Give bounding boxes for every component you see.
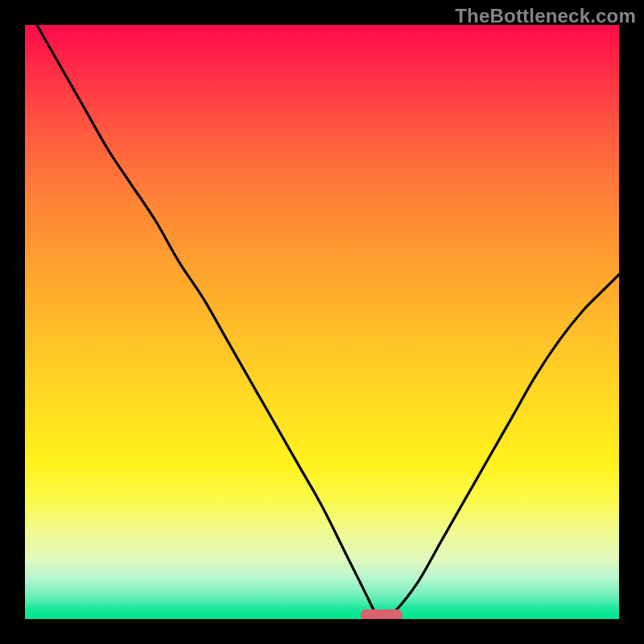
chart-frame: TheBottleneck.com <box>0 0 644 644</box>
min-marker <box>361 609 402 619</box>
plot-area <box>25 25 619 619</box>
watermark-text: TheBottleneck.com <box>455 5 636 27</box>
bottleneck-curve <box>25 25 619 619</box>
